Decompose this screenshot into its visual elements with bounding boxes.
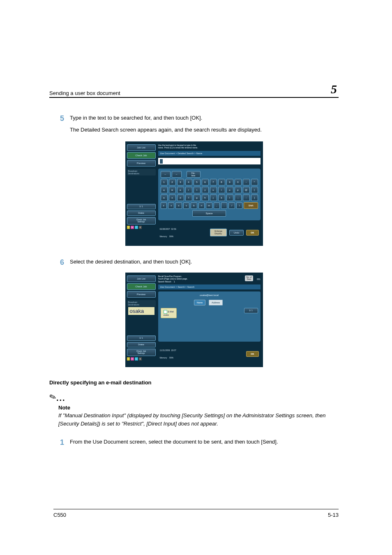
delete-button[interactable]: Delete <box>127 210 156 216</box>
key-b[interactable]: b <box>191 202 197 209</box>
key-[[interactable]: [ <box>251 187 258 193</box>
key-l[interactable]: l <box>226 194 233 201</box>
key-9[interactable]: 9 <box>226 179 233 185</box>
key-x[interactable]: x <box>168 202 174 209</box>
broadcast-label: Broadcast Destinations <box>127 169 156 176</box>
key-v[interactable]: v <box>183 202 189 209</box>
key-a[interactable]: a <box>161 194 168 201</box>
enlarge-display-button[interactable]: Enlarge Display <box>210 229 227 236</box>
result-name: osaka <box>164 314 169 316</box>
toner-k-icon-2: K <box>139 357 142 361</box>
key-i[interactable]: i <box>218 187 225 193</box>
key-8[interactable]: 8 <box>218 179 225 185</box>
check-job-button-2[interactable]: Check Job <box>127 283 156 290</box>
selected-destination-sidebar[interactable]: osaka <box>128 307 154 315</box>
key-t[interactable]: t <box>194 187 201 193</box>
datetime-label: 02/28/2007 02:56 <box>160 228 176 230</box>
key-7[interactable]: 7 <box>210 179 217 185</box>
key-c[interactable]: c <box>175 202 182 209</box>
hint-text-2: Recall Scan/Fax Program. Touch [Page Lis… <box>158 275 245 283</box>
tab-address[interactable]: Address <box>209 300 223 305</box>
page-indicator-2[interactable]: 1/ 1 <box>127 335 156 341</box>
key-6[interactable]: 6 <box>202 179 209 185</box>
shift-key[interactable]: Shift <box>244 202 258 209</box>
key-w[interactable]: w <box>169 187 176 193</box>
key-5[interactable]: 5 <box>194 179 201 185</box>
key-u[interactable]: u <box>210 187 217 193</box>
page-indicator[interactable]: 1/ 1 <box>127 204 156 209</box>
breadcrumb: Use Document > Detailed Search > Name <box>158 151 261 156</box>
key-p[interactable]: p <box>235 187 242 193</box>
key-r[interactable]: r <box>185 187 192 193</box>
section-title-direct-input: Directly specifying an e-mail destinatio… <box>49 379 339 386</box>
step-text-6: Select the desired destination, and then… <box>70 258 339 267</box>
key-,[interactable]: , <box>214 202 220 209</box>
results-page-indicator[interactable]: 1/ 1 <box>244 308 258 313</box>
arrow-left-key[interactable]: ← <box>161 171 171 178</box>
undo-button[interactable]: Undo <box>229 230 244 236</box>
step-text-1: From the Use Document screen, select the… <box>70 438 339 447</box>
email-icon <box>164 310 167 314</box>
key-^[interactable]: ^ <box>251 179 258 185</box>
key-q[interactable]: q <box>161 187 168 193</box>
key-@[interactable]: @ <box>243 187 250 193</box>
job-list-button[interactable]: Job List <box>127 144 156 151</box>
preview-button[interactable]: Preview <box>127 160 156 166</box>
toner-y-icon-2: Y <box>127 357 130 361</box>
key-s[interactable]: s <box>169 194 176 201</box>
job-list-button-2[interactable]: Job List <box>127 275 156 282</box>
preview-button-2[interactable]: Preview <box>127 291 156 298</box>
arrow-right-key[interactable]: → <box>172 171 182 178</box>
key-;[interactable]: ; <box>235 194 242 201</box>
step-number-1: 1 <box>49 438 70 447</box>
key-/[interactable]: / <box>228 202 235 209</box>
key-z[interactable]: z <box>161 202 167 209</box>
ok-button-2[interactable]: OK <box>246 351 258 357</box>
memory-label-2: Memory 99% <box>160 356 176 359</box>
toner-c-icon-2: C <box>135 357 138 361</box>
key-0[interactable]: 0 <box>235 179 242 185</box>
check-job-settings-button[interactable]: Check Job Settings <box>127 217 156 224</box>
key-j[interactable]: j <box>210 194 217 201</box>
tab-name[interactable]: Name <box>194 300 206 305</box>
key-d[interactable]: d <box>177 194 184 201</box>
key-3[interactable]: 3 <box>177 179 184 185</box>
check-job-button[interactable]: Check Job <box>127 152 156 159</box>
key-f[interactable]: f <box>185 194 192 201</box>
key-4[interactable]: 4 <box>185 179 192 185</box>
result-card-osaka[interactable]: E-Mail osaka <box>161 308 177 318</box>
running-title: Sending a user box document <box>49 90 329 96</box>
key-:[interactable]: : <box>243 194 250 201</box>
model-name: C550 <box>53 512 66 518</box>
on-screen-keyboard: ← → De- lete 1234567890-^ qwertyuiop@[ a… <box>158 169 261 220</box>
ok-button[interactable]: OK <box>246 230 258 236</box>
key-\[interactable]: \ <box>236 202 242 209</box>
key-m[interactable]: m <box>206 202 212 209</box>
key--[interactable]: - <box>243 179 250 185</box>
page-number: 5-13 <box>328 512 339 518</box>
toner-m-icon: M <box>131 226 134 229</box>
datetime-label-2: 11/21/2006 18:07 <box>160 349 176 352</box>
check-job-settings-button-2[interactable]: Check Job Settings <box>127 349 156 356</box>
key-2[interactable]: 2 <box>169 179 176 185</box>
toner-c-icon: C <box>135 226 138 229</box>
note-body: If "Manual Destination Input" (displayed… <box>58 412 339 428</box>
dest-count-value: 001 <box>257 278 260 280</box>
key-g[interactable]: g <box>194 194 201 201</box>
key-h[interactable]: h <box>202 194 209 201</box>
key-n[interactable]: n <box>198 202 205 209</box>
key-o[interactable]: o <box>226 187 233 193</box>
space-key[interactable]: Space <box>192 210 226 217</box>
delete-key[interactable]: De- lete <box>187 171 201 178</box>
delete-button-2[interactable]: Delete <box>127 342 156 347</box>
key-k[interactable]: k <box>218 194 225 201</box>
key-.[interactable]: . <box>221 202 227 209</box>
note-heading: Note <box>58 405 339 411</box>
key-e[interactable]: e <box>177 187 184 193</box>
key-][interactable]: ] <box>251 194 258 201</box>
key-1[interactable]: 1 <box>161 179 168 185</box>
key-y[interactable]: y <box>202 187 209 193</box>
name-input[interactable] <box>158 158 261 164</box>
toner-k-icon: K <box>139 226 142 229</box>
chapter-number: 5 <box>329 82 339 96</box>
